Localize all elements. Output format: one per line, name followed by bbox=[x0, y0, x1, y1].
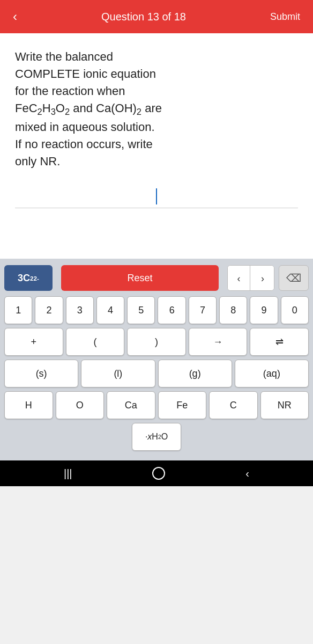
question-line7: only NR. bbox=[15, 155, 60, 168]
key-2[interactable]: 2 bbox=[35, 296, 63, 324]
water-row: · x H2O bbox=[4, 423, 309, 451]
keyboard-top-row: 3C22- Reset ‹ › ⌫ bbox=[4, 265, 309, 291]
reset-button[interactable]: Reset bbox=[61, 265, 219, 291]
key-solid[interactable]: (s) bbox=[4, 360, 78, 387]
nav-left-button[interactable]: ‹ bbox=[228, 266, 250, 291]
key-H[interactable]: H bbox=[4, 391, 53, 419]
key-open-paren[interactable]: ( bbox=[66, 328, 125, 356]
key-O[interactable]: O bbox=[56, 391, 105, 419]
key-arrow[interactable]: → bbox=[189, 328, 248, 356]
backspace-button[interactable]: ⌫ bbox=[279, 265, 309, 291]
key-6[interactable]: 6 bbox=[158, 296, 185, 324]
key-liquid[interactable]: (l) bbox=[81, 360, 155, 387]
nav-bar: ||| ‹ bbox=[0, 460, 313, 486]
text-cursor bbox=[156, 188, 157, 204]
key-7[interactable]: 7 bbox=[189, 296, 217, 324]
key-8[interactable]: 8 bbox=[219, 296, 247, 324]
key-close-paren[interactable]: ) bbox=[127, 328, 186, 356]
elements-row: H O Ca Fe C NR bbox=[4, 391, 309, 419]
key-3[interactable]: 3 bbox=[66, 296, 94, 324]
question-line3: for the reaction when bbox=[15, 84, 125, 98]
question-text: Write the balanced COMPLETE ionic equati… bbox=[15, 48, 298, 170]
key-1[interactable]: 1 bbox=[4, 296, 32, 324]
key-4[interactable]: 4 bbox=[96, 296, 124, 324]
spacer bbox=[0, 216, 313, 259]
key-aqueous[interactable]: (aq) bbox=[235, 360, 309, 387]
formula-display-button[interactable]: 3C22- bbox=[4, 265, 53, 291]
question-line5: mixed in aqueous solution. bbox=[15, 120, 155, 134]
key-0[interactable]: 0 bbox=[281, 296, 309, 324]
keyboard: 3C22- Reset ‹ › ⌫ 1 2 3 4 5 6 7 8 9 0 + … bbox=[0, 259, 313, 460]
nav-right-button[interactable]: › bbox=[251, 266, 274, 291]
key-Fe[interactable]: Fe bbox=[158, 391, 207, 419]
number-row: 1 2 3 4 5 6 7 8 9 0 bbox=[4, 296, 309, 324]
nav-menu-icon[interactable]: ||| bbox=[59, 463, 77, 484]
key-C[interactable]: C bbox=[209, 391, 258, 419]
key-NR[interactable]: NR bbox=[260, 391, 309, 419]
symbols-row: + ( ) → ⇌ bbox=[4, 328, 309, 356]
nav-home-button[interactable] bbox=[152, 467, 165, 480]
header: ‹ Question 13 of 18 Submit bbox=[0, 0, 313, 33]
question-line1: Write the balanced bbox=[15, 50, 113, 63]
key-water[interactable]: · x H2O bbox=[132, 423, 181, 451]
answer-input-area[interactable] bbox=[15, 181, 298, 208]
key-Ca[interactable]: Ca bbox=[107, 391, 155, 419]
question-progress: Question 13 of 18 bbox=[101, 11, 186, 23]
key-equilibrium[interactable]: ⇌ bbox=[250, 328, 309, 356]
answer-divider bbox=[15, 208, 298, 208]
key-gas[interactable]: (g) bbox=[158, 360, 232, 387]
question-line2: COMPLETE ionic equation bbox=[15, 67, 156, 80]
submit-button[interactable]: Submit bbox=[266, 7, 304, 27]
nav-back-icon[interactable]: ‹ bbox=[241, 463, 254, 484]
key-5[interactable]: 5 bbox=[127, 296, 155, 324]
question-area: Write the balanced COMPLETE ionic equati… bbox=[0, 33, 313, 216]
nav-buttons: ‹ › bbox=[227, 265, 274, 291]
key-9[interactable]: 9 bbox=[250, 296, 278, 324]
key-plus[interactable]: + bbox=[4, 328, 63, 356]
states-row: (s) (l) (g) (aq) bbox=[4, 360, 309, 387]
question-line6: If no reaction occurs, write bbox=[15, 137, 153, 151]
back-button[interactable]: ‹ bbox=[9, 5, 21, 28]
question-line4: FeC2H3O2 and Ca(OH)2 are bbox=[15, 101, 162, 115]
